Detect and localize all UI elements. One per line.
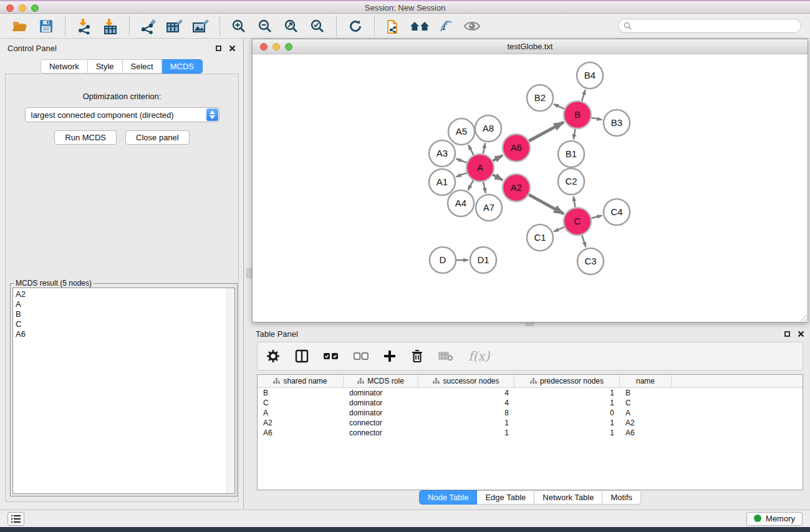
column-header-predecessor-nodes[interactable]: predecessor nodes	[514, 375, 620, 387]
table-row-A2[interactable]: A2connector11A2	[258, 418, 803, 428]
tab-network[interactable]: Network	[41, 59, 88, 74]
desktop-edge	[0, 527, 810, 532]
edge-C-C4[interactable]	[591, 216, 602, 218]
unselect-all-columns-icon[interactable]	[354, 352, 369, 360]
criterion-dropdown[interactable]: largest connected component (directed)	[25, 107, 219, 122]
column-header-MCDS-role[interactable]: MCDS role	[344, 375, 418, 387]
tab-motifs[interactable]: Motifs	[602, 490, 641, 505]
vertical-splitter-handle[interactable]	[246, 268, 252, 278]
hide-graphics-details-icon[interactable]: f	[435, 16, 457, 37]
close-panel-button[interactable]: Close panel	[125, 130, 190, 145]
column-header-shared-name[interactable]: shared name	[258, 375, 344, 387]
edge-C-C1[interactable]	[554, 227, 564, 231]
cell: A	[620, 408, 672, 418]
import-network-icon[interactable]	[73, 16, 95, 37]
close-panel-icon[interactable]	[229, 45, 236, 52]
edge-A-A6[interactable]	[493, 155, 503, 161]
edge-C-C3[interactable]	[582, 235, 586, 247]
run-mcds-button[interactable]: Run MCDS	[54, 130, 117, 145]
tab-node-table[interactable]: Node Table	[419, 490, 478, 505]
float-panel-icon[interactable]	[216, 46, 221, 51]
cell: A2	[258, 418, 344, 428]
edge-B-B4[interactable]	[582, 90, 586, 101]
add-column-icon[interactable]	[383, 350, 396, 362]
table-row-A[interactable]: Adominator80A	[258, 408, 803, 418]
edge-A-A4[interactable]	[468, 180, 473, 190]
zoom-selected-icon[interactable]	[306, 16, 329, 37]
table-row-A6[interactable]: A6connector11A6	[258, 428, 803, 438]
edge-A-A5[interactable]	[468, 145, 473, 155]
result-item-A2[interactable]: A2	[16, 289, 234, 299]
edge-A2-C[interactable]	[529, 195, 564, 214]
edge-A-A7[interactable]	[483, 181, 486, 193]
node-table: shared nameMCDS rolesuccessor nodesprede…	[257, 374, 803, 490]
zoom-out-icon[interactable]	[254, 16, 276, 37]
tab-mcds[interactable]: MCDS	[162, 59, 203, 74]
network-window-titlebar[interactable]: testGlobe.txt	[253, 39, 808, 54]
table-row-B[interactable]: Bdominator41B	[258, 388, 803, 398]
network-window-title: testGlobe.txt	[253, 42, 808, 51]
homes-icon[interactable]	[408, 16, 431, 37]
result-item-B[interactable]: B	[16, 309, 234, 319]
node-label-C1: C1	[534, 232, 546, 243]
node-label-A1: A1	[436, 177, 448, 187]
result-item-A6[interactable]: A6	[16, 329, 234, 339]
edge-A-A2[interactable]	[493, 175, 503, 180]
mcds-result-group: MCDS result (5 nodes) A2ABCA6	[10, 283, 238, 496]
column-header-filler	[672, 375, 803, 387]
table-row-C[interactable]: Cdominator41C	[258, 398, 803, 408]
edge-A6-B[interactable]	[529, 122, 564, 141]
edge-B-B3[interactable]	[592, 118, 602, 120]
result-item-A[interactable]: A	[16, 299, 234, 309]
tab-edge-table[interactable]: Edge Table	[477, 490, 534, 505]
edge-B-B1[interactable]	[574, 129, 576, 140]
search-input[interactable]	[634, 22, 796, 31]
split-columns-icon[interactable]	[295, 349, 309, 363]
function-builder-icon[interactable]: f(x)	[468, 349, 489, 364]
float-panel-icon[interactable]	[784, 331, 790, 337]
save-session-icon[interactable]	[35, 16, 57, 37]
import-table-icon[interactable]	[99, 16, 122, 37]
edge-A-A1[interactable]	[456, 173, 466, 177]
refresh-icon[interactable]	[344, 16, 367, 37]
column-header-successor-nodes[interactable]: successor nodes	[418, 375, 514, 387]
edge-A-A8[interactable]	[483, 143, 486, 154]
export-image-icon[interactable]	[190, 16, 212, 37]
eye-icon[interactable]	[461, 16, 483, 37]
scrollbar-track[interactable]	[226, 288, 234, 493]
edge-B-B2[interactable]	[554, 104, 564, 109]
cell: 1	[514, 398, 620, 408]
select-all-columns-icon[interactable]	[324, 352, 339, 360]
tab-select[interactable]: Select	[123, 59, 162, 74]
network-canvas[interactable]: B4B2BB3A8A5A6A3B1AA1C2A2A4A7C4CC1DD1C3	[253, 55, 808, 322]
node-label-D1: D1	[477, 254, 489, 265]
node-label-A: A	[477, 162, 483, 173]
close-panel-icon[interactable]	[798, 331, 804, 337]
toolbar-separator	[374, 16, 375, 36]
result-item-C[interactable]: C	[16, 319, 234, 329]
mcds-result-list[interactable]: A2ABCA6	[12, 288, 235, 494]
export-table-icon[interactable]	[163, 16, 186, 37]
task-history-button[interactable]	[7, 512, 24, 526]
network-document-icon[interactable]	[382, 16, 405, 37]
control-panel-title: Control Panel	[7, 44, 57, 53]
zoom-fit-icon[interactable]	[280, 16, 302, 37]
node-label-B3: B3	[611, 117, 622, 128]
zoom-in-icon[interactable]	[228, 16, 250, 37]
export-network-icon[interactable]	[137, 16, 160, 37]
network-graph[interactable]: B4B2BB3A8A5A6A3B1AA1C2A2A4A7C4CC1DD1C3	[253, 55, 808, 322]
memory-button[interactable]: Memory	[746, 512, 803, 526]
cell: 8	[418, 408, 514, 418]
tab-network-table[interactable]: Network Table	[534, 490, 602, 505]
edge-C-C2[interactable]	[574, 196, 576, 208]
settings-gear-icon[interactable]	[266, 349, 280, 363]
search-field[interactable]	[618, 19, 801, 33]
tab-style[interactable]: Style	[88, 59, 123, 74]
delete-table-icon[interactable]	[438, 351, 453, 361]
open-session-icon[interactable]	[9, 16, 31, 37]
edge-A-A3[interactable]	[456, 158, 466, 162]
search-icon	[624, 22, 632, 30]
column-header-name[interactable]: name	[620, 375, 672, 387]
delete-column-icon[interactable]	[411, 349, 423, 363]
column-header-label: shared name	[283, 377, 327, 385]
